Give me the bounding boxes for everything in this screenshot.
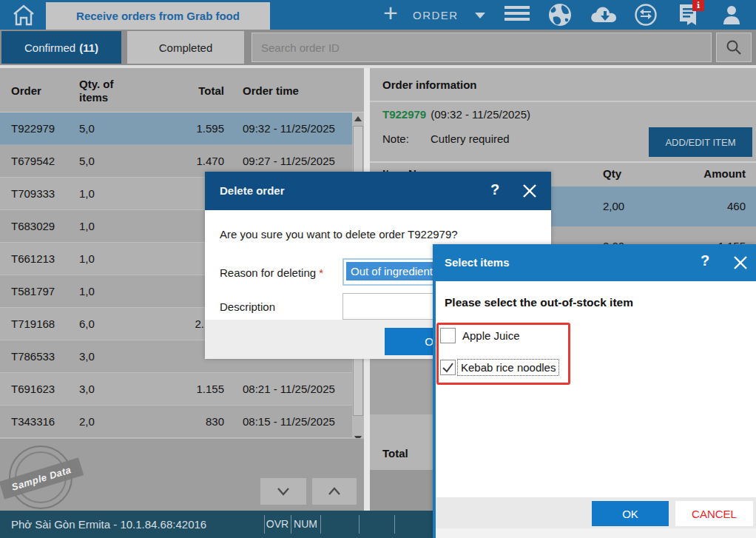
- add-edit-item-button[interactable]: ADD/EDIT ITEM: [649, 127, 752, 157]
- order-qty-cell: 6,0: [79, 308, 95, 340]
- required-asterisk: *: [319, 266, 323, 279]
- order-total-cell: 830: [206, 406, 224, 437]
- item-qty-cell: 2,00: [603, 186, 624, 226]
- dialog-bottom-strip: [436, 528, 756, 538]
- order-id-cell: T709333: [11, 178, 55, 209]
- col-item-qty: Qty: [603, 167, 621, 180]
- col-total: Total: [198, 84, 224, 97]
- statusbar-cell: OVR: [264, 511, 291, 538]
- plus-icon[interactable]: +: [383, 0, 398, 27]
- select-dialog-titlebar: Select items ?: [436, 244, 756, 281]
- top-bar: Receive orders from Grab food + ORDER: [0, 0, 756, 30]
- total-label: Total: [382, 447, 408, 460]
- home-icon[interactable]: [10, 3, 37, 27]
- order-id-cell: T719168: [11, 308, 55, 340]
- tab-confirmed[interactable]: Confirmed (11): [1, 31, 121, 64]
- select-dialog-footer: OK CANCEL: [436, 497, 756, 528]
- checkbox-unchecked[interactable]: [440, 328, 456, 343]
- divider: [370, 101, 756, 102]
- delete-dialog-title: Delete order: [220, 184, 285, 197]
- delete-dialog-titlebar: Delete order ?: [205, 172, 551, 210]
- globe-icon[interactable]: [547, 2, 573, 27]
- item-amount-cell: 460: [727, 186, 746, 226]
- completed-label: Completed: [159, 41, 213, 54]
- orders-footer: [0, 438, 364, 511]
- user-icon[interactable]: [719, 2, 744, 27]
- scroll-up-icon[interactable]: [352, 112, 364, 124]
- tab-receive-orders[interactable]: Receive orders from Grab food: [46, 2, 270, 30]
- order-info-title: Order information: [382, 78, 477, 91]
- description-label: Description: [220, 300, 275, 313]
- select-ok-button[interactable]: OK: [592, 501, 669, 526]
- col-item-amount: Amount: [703, 167, 746, 180]
- order-id-cell: T581797: [11, 275, 55, 307]
- tab-completed[interactable]: Completed: [127, 31, 244, 64]
- help-icon[interactable]: ?: [490, 181, 499, 198]
- order-id-cell: T661213: [11, 243, 55, 275]
- note-value: Cutlery required: [431, 132, 510, 145]
- order-id-cell: T343316: [11, 406, 55, 437]
- order-id-cell: T786533: [11, 340, 55, 372]
- close-icon[interactable]: [733, 255, 748, 270]
- order-qty-cell: 1,0: [79, 275, 95, 307]
- order-list-icon[interactable]: i: [678, 2, 703, 27]
- order-total-cell: 1.155: [196, 373, 224, 405]
- chevron-down-icon: [274, 485, 293, 497]
- cloud-download-icon[interactable]: [589, 2, 614, 27]
- chevron-up-icon: [325, 485, 344, 497]
- status-location: Phở Sài Gòn Ermita - 10.1.84.68:42016: [11, 511, 206, 538]
- search-button[interactable]: [716, 33, 752, 62]
- app-window: Receive orders from Grab food + ORDER: [0, 0, 756, 538]
- order-qty-cell: 3,0: [79, 373, 95, 405]
- order-qty-cell: 3,0: [79, 340, 95, 372]
- select-dialog-title: Select items: [445, 256, 510, 269]
- close-icon[interactable]: [522, 184, 537, 198]
- col-time: Order time: [243, 84, 299, 97]
- order-qty-cell: 5,0: [79, 145, 95, 177]
- order-id-line: T922979(09:32 - 11/25/2025): [382, 108, 530, 121]
- page-down-button[interactable]: [260, 478, 306, 505]
- order-qty-cell: 1,0: [79, 210, 95, 242]
- order-time-cell: 09:32 - 11/25/2025: [243, 112, 335, 144]
- delete-confirm-question: Are you sure you want to delete order T9…: [220, 228, 458, 241]
- order-total-cell: 1.595: [196, 112, 224, 144]
- order-timestamp: (09:32 - 11/25/2025): [431, 108, 530, 121]
- tab-title: Receive orders from Grab food: [76, 10, 240, 22]
- checkbox-checked[interactable]: [440, 360, 456, 375]
- order-id-cell: T691623: [11, 373, 55, 405]
- order-id: T922979: [382, 108, 426, 121]
- statusbar-divider: [394, 515, 395, 534]
- help-icon[interactable]: ?: [701, 252, 709, 269]
- confirmed-label: Confirmed: [24, 41, 75, 54]
- checkbox-label[interactable]: Apple Juice: [462, 329, 520, 342]
- search-icon: [725, 38, 743, 56]
- order-qty-cell: 5,0: [79, 112, 95, 144]
- order-id-cell: T922979: [11, 112, 55, 144]
- page-up-button[interactable]: [312, 478, 357, 505]
- select-cancel-button[interactable]: CANCEL: [675, 501, 753, 526]
- order-button[interactable]: ORDER: [413, 9, 459, 21]
- chevron-down-icon[interactable]: [475, 13, 485, 19]
- select-prompt: Please select the out-of-stock item: [445, 296, 633, 309]
- select-items-dialog: Select items ? Please select the out-of-…: [433, 244, 756, 538]
- checkbox-label[interactable]: Kebab rice noodles: [457, 359, 559, 376]
- order-qty-cell: 1,0: [79, 178, 95, 209]
- filter-bar: Confirmed (11) Completed: [0, 30, 756, 65]
- order-id-cell: T679542: [11, 145, 55, 177]
- orders-table-header: Order Qty. of items Total Order time: [0, 68, 364, 112]
- order-row[interactable]: T3433162,083008:15 - 11/25/2025: [0, 406, 352, 438]
- order-row[interactable]: T9229795,01.59509:32 - 11/25/2025: [0, 112, 352, 145]
- col-qty: Qty. of items: [79, 78, 134, 104]
- order-time-cell: 08:21 - 11/25/2025: [243, 373, 335, 405]
- confirmed-count: (11): [79, 41, 98, 54]
- search-input[interactable]: [252, 33, 712, 62]
- order-row[interactable]: T6916233,01.15508:21 - 11/25/2025: [0, 373, 352, 406]
- order-time-cell: 08:15 - 11/25/2025: [243, 406, 335, 437]
- col-order: Order: [11, 84, 41, 97]
- menu-icon[interactable]: [504, 6, 530, 24]
- order-total-cell: 2.: [195, 308, 204, 340]
- sync-icon[interactable]: [633, 2, 658, 27]
- order-qty-cell: 1,0: [79, 243, 95, 275]
- select-dialog-body: Please select the out-of-stock item Appl…: [436, 281, 756, 497]
- statusbar-divider: [320, 515, 321, 534]
